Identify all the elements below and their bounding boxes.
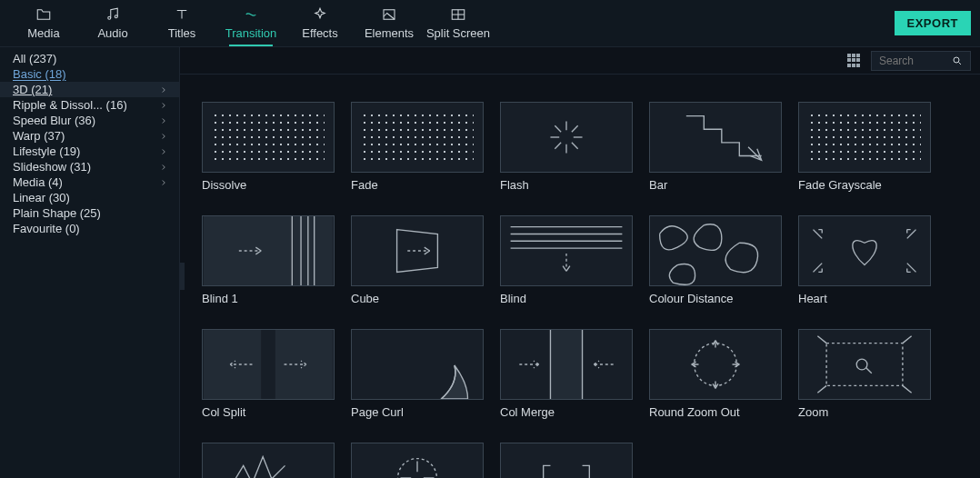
sidebar-item-label: Speed Blur (36)	[13, 114, 95, 127]
tab-audio[interactable]: Audio	[78, 0, 147, 46]
chevron-right-icon	[159, 116, 168, 125]
transition-label: Colour Distance	[649, 292, 782, 305]
sidebar-item-6[interactable]: Lifestyle (19)	[0, 144, 179, 159]
tab-splitscreen-label: Split Screen	[426, 26, 490, 40]
transition-label: Page Curl	[351, 405, 484, 419]
sidebar-item-label: Plain Shape (25)	[13, 206, 101, 220]
sidebar-item-label: Ripple & Dissol... (16)	[13, 98, 127, 112]
svg-rect-24	[550, 330, 582, 399]
transition-label: Bar	[649, 178, 782, 192]
tab-transition-label: Transition	[225, 26, 277, 40]
tab-titles-label: Titles	[168, 26, 196, 40]
transition-item[interactable]: Zoom	[798, 329, 931, 424]
transition-item[interactable]: Bar	[649, 102, 782, 197]
transition-thumb	[202, 102, 335, 173]
svg-point-4	[954, 57, 959, 63]
transition-item[interactable]: Blind	[500, 215, 633, 311]
tab-elements[interactable]: Elements	[355, 0, 424, 46]
sidebar-item-label: Lifestyle (19)	[13, 144, 80, 158]
transition-item[interactable]: Fade Grayscale	[798, 102, 931, 197]
top-toolbar: Media Audio Titles Transition Effects El…	[0, 0, 980, 47]
transition-item[interactable]: Page Curl	[351, 329, 484, 424]
sidebar-item-label: Favourite (0)	[13, 222, 80, 235]
transition-thumb	[351, 102, 484, 173]
search-field[interactable]	[871, 51, 971, 71]
tab-splitscreen[interactable]: Split Screen	[424, 0, 493, 46]
sidebar-item-0[interactable]: All (237)	[0, 51, 179, 66]
sidebar-item-2[interactable]: 3D (21)	[0, 82, 179, 97]
tab-effects[interactable]: Effects	[285, 0, 355, 46]
sidebar-item-label: Slideshow (31)	[13, 160, 91, 174]
search-input[interactable]	[879, 55, 952, 67]
sidebar-item-8[interactable]: Media (4)	[0, 174, 179, 190]
transition-thumb	[351, 215, 484, 286]
chevron-right-icon	[159, 147, 168, 156]
transition-thumb	[351, 443, 484, 478]
transition-label: Heart	[798, 292, 931, 305]
transition-label: Zoom	[798, 405, 931, 419]
sidebar-item-5[interactable]: Warp (37)	[0, 128, 179, 144]
transition-label: Fade	[351, 178, 484, 192]
sidebar-item-label: Basic (18)	[13, 67, 66, 81]
svg-point-0	[108, 16, 111, 19]
transition-item[interactable]: Dissolve	[202, 102, 335, 197]
svg-line-10	[572, 125, 578, 132]
transition-label: Round Zoom Out	[649, 405, 782, 419]
sidebar-item-label: All (237)	[13, 52, 56, 65]
transition-thumb	[351, 329, 484, 400]
tab-titles[interactable]: Titles	[147, 0, 216, 46]
sidebar-item-11[interactable]: Favourite (0)	[0, 221, 179, 236]
transition-label: Col Merge	[500, 405, 633, 419]
sidebar-item-3[interactable]: Ripple & Dissol... (16)	[0, 97, 179, 113]
transition-item[interactable]: Fade	[351, 102, 484, 197]
view-grid-icon[interactable]	[847, 54, 862, 68]
svg-rect-28	[826, 344, 903, 386]
transition-item[interactable]: Cube	[351, 215, 484, 311]
sidebar-item-7[interactable]: Slideshow (31)	[0, 159, 179, 174]
tab-transition[interactable]: Transition	[216, 0, 285, 46]
transition-label: Blind	[500, 292, 633, 305]
chevron-right-icon	[159, 101, 168, 110]
transition-item[interactable]: Flash	[500, 102, 633, 197]
sidebar-item-10[interactable]: Plain Shape (25)	[0, 205, 179, 221]
transition-item[interactable]	[500, 443, 633, 478]
transition-item[interactable]: Colour Distance	[649, 215, 782, 311]
sidebar-item-4[interactable]: Speed Blur (36)	[0, 113, 179, 128]
chevron-right-icon	[159, 163, 168, 172]
transition-thumb	[500, 102, 633, 173]
transition-item[interactable]: Round Zoom Out	[649, 329, 782, 424]
chevron-right-icon	[159, 85, 168, 95]
transition-item[interactable]: Col Split	[202, 329, 335, 424]
tab-media-label: Media	[27, 26, 59, 40]
transition-item[interactable]: Blind 1	[202, 215, 335, 311]
search-icon	[952, 55, 963, 66]
svg-point-1	[115, 15, 117, 18]
transition-thumb	[798, 329, 931, 400]
tab-effects-label: Effects	[302, 26, 338, 40]
export-button[interactable]: EXPORT	[895, 11, 971, 35]
transition-grid: DissolveFadeFlashBarFade GrayscaleBlind …	[180, 75, 980, 478]
transition-label: Fade Grayscale	[798, 178, 931, 192]
transition-thumb	[798, 102, 931, 173]
sidebar-item-1[interactable]: Basic (18)	[0, 66, 179, 82]
sidebar-item-label: Linear (30)	[13, 191, 70, 204]
sidebar-item-9[interactable]: Linear (30)	[0, 190, 179, 205]
transition-label: Flash	[500, 178, 633, 192]
transition-item[interactable]: Heart	[798, 215, 931, 311]
svg-rect-13	[204, 216, 333, 285]
transition-item[interactable]	[351, 443, 484, 478]
sidebar-item-label: Media (4)	[13, 175, 63, 189]
tab-audio-label: Audio	[97, 26, 127, 40]
transition-thumb	[649, 102, 782, 173]
transition-label: Dissolve	[202, 178, 335, 192]
transition-thumb	[500, 215, 633, 286]
transition-thumb	[649, 329, 782, 400]
transition-item[interactable]: Col Merge	[500, 329, 633, 424]
sidebar-collapse-handle[interactable]	[179, 263, 185, 290]
panel-toolbar	[180, 47, 980, 75]
svg-point-27	[695, 344, 737, 386]
transition-item[interactable]	[202, 443, 335, 478]
transition-thumb	[202, 443, 335, 478]
tab-media[interactable]: Media	[9, 0, 78, 46]
svg-line-9	[555, 125, 561, 132]
